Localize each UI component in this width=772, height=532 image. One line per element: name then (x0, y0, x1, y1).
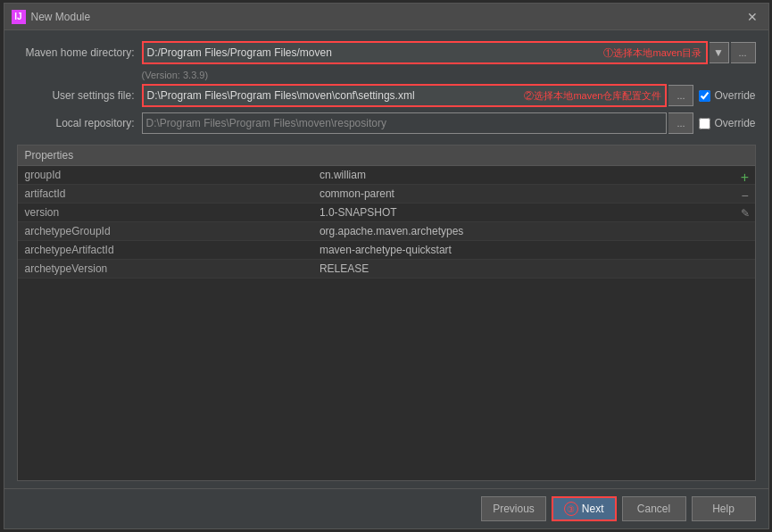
user-settings-override-checkbox[interactable] (699, 90, 710, 102)
user-settings-annotation: ②选择本地maven仓库配置文件 (520, 89, 665, 103)
user-settings-browse-btn[interactable]: ... (668, 85, 693, 106)
property-value: cn.william (312, 166, 755, 185)
local-repo-input[interactable] (142, 112, 668, 134)
property-key: groupId (18, 166, 312, 185)
maven-home-label: Maven home directory: (17, 46, 142, 59)
property-value: common-parent (312, 185, 755, 204)
maven-version-text: (Version: 3.3.9) (142, 70, 756, 80)
property-value: RELEASE (312, 260, 755, 278)
properties-header: Properties (18, 145, 755, 166)
local-repo-override-checkbox[interactable] (699, 118, 710, 129)
user-settings-input-wrap: ②选择本地maven仓库配置文件 (142, 84, 668, 107)
close-button[interactable]: ✕ (743, 10, 761, 24)
user-settings-label: User settings file: (17, 89, 142, 102)
remove-property-btn[interactable]: − (737, 187, 753, 204)
next-button[interactable]: ③ Next (552, 496, 617, 521)
maven-home-input-wrap: ①选择本地maven目录 (142, 41, 708, 64)
user-settings-input[interactable] (144, 86, 521, 105)
maven-home-annotation: ①选择本地maven目录 (600, 46, 705, 60)
property-key: archetypeArtifactId (18, 241, 312, 260)
user-settings-override-wrap: Override (699, 89, 755, 102)
property-key: archetypeVersion (18, 260, 312, 278)
app-icon: IJ (12, 10, 26, 24)
maven-home-input[interactable] (144, 43, 601, 62)
table-row[interactable]: groupIdcn.william (18, 166, 755, 185)
user-settings-override-label: Override (714, 89, 755, 102)
table-row[interactable]: artifactIdcommon-parent (18, 185, 755, 204)
local-repo-override-label: Override (714, 117, 755, 129)
help-button[interactable]: Help (692, 496, 756, 521)
new-module-dialog: IJ New Module ✕ Maven home directory: ①选… (4, 3, 769, 529)
properties-table: groupIdcn.williamartifactIdcommon-parent… (18, 166, 755, 278)
next-circle-num: ③ (564, 502, 578, 516)
property-value: org.apache.maven.archetypes (312, 222, 755, 241)
table-row[interactable]: version1.0-SNAPSHOT (18, 204, 755, 222)
dialog-footer: Previous ③ Next Cancel Help (4, 488, 768, 528)
property-key: archetypeGroupId (18, 222, 312, 241)
dialog-title: New Module (31, 11, 743, 23)
local-repo-override-wrap: Override (699, 117, 755, 129)
title-bar: IJ New Module ✕ (4, 4, 768, 30)
maven-home-dropdown-btn[interactable]: ▼ (710, 42, 729, 63)
table-row[interactable]: archetypeVersionRELEASE (18, 260, 755, 278)
local-repo-row: Local repository: ... Override (17, 112, 756, 134)
user-settings-row: User settings file: ②选择本地maven仓库配置文件 ...… (17, 84, 756, 107)
chevron-down-icon: ▼ (713, 46, 724, 59)
property-value: 1.0-SNAPSHOT (312, 204, 755, 222)
property-key: version (18, 204, 312, 222)
cancel-button[interactable]: Cancel (622, 496, 686, 521)
table-row[interactable]: archetypeArtifactIdmaven-archetype-quick… (18, 241, 755, 260)
maven-home-row: Maven home directory: ①选择本地maven目录 ▼ ... (17, 41, 756, 64)
properties-body: groupIdcn.williamartifactIdcommon-parent… (18, 166, 755, 480)
table-row[interactable]: archetypeGroupIdorg.apache.maven.archety… (18, 222, 755, 241)
property-value: maven-archetype-quickstart (312, 241, 755, 260)
properties-side-actions: + − ✎ (735, 166, 755, 225)
maven-home-browse-btn[interactable]: ... (731, 42, 756, 63)
property-key: artifactId (18, 185, 312, 204)
local-repo-label: Local repository: (17, 117, 142, 129)
dialog-body: Maven home directory: ①选择本地maven目录 ▼ ...… (4, 30, 768, 488)
local-repo-browse-btn[interactable]: ... (668, 112, 693, 134)
add-property-btn[interactable]: + (737, 170, 753, 186)
edit-property-btn[interactable]: ✎ (737, 205, 753, 221)
previous-button[interactable]: Previous (481, 496, 546, 521)
properties-section: Properties groupIdcn.williamartifactIdco… (17, 145, 756, 481)
